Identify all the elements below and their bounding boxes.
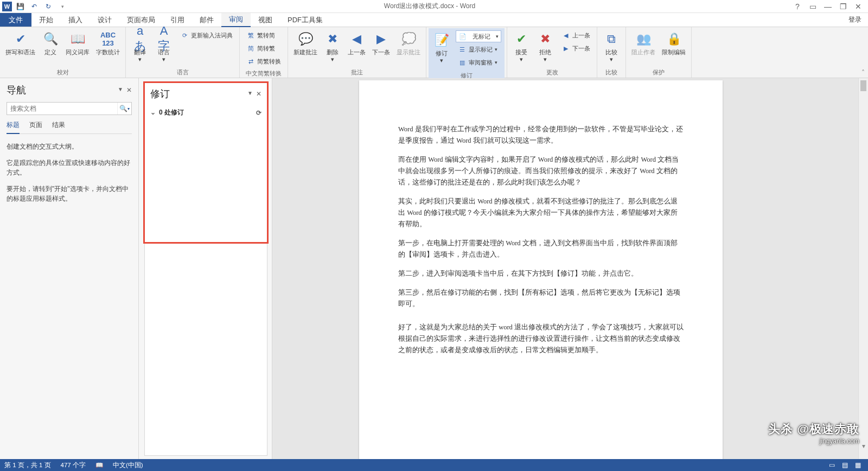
- new-comment-button[interactable]: 💬新建批注: [290, 28, 321, 58]
- nav-title: 导航: [7, 84, 26, 97]
- group-protect: 👥阻止作者 🔒限制编辑 保护: [626, 27, 692, 78]
- language-button[interactable]: A字语言▾: [152, 28, 176, 65]
- restrict-editing-button[interactable]: 🔒限制编辑: [659, 28, 689, 58]
- show-markup-button[interactable]: ☰显示标记 ▾: [456, 43, 501, 55]
- rev-dropdown-icon[interactable]: ▼: [247, 90, 253, 98]
- login-link[interactable]: 登录: [842, 13, 868, 27]
- watermark: 头杀 @极速赤敢 jingyanla.com: [768, 421, 859, 445]
- tab-design[interactable]: 设计: [90, 13, 119, 27]
- tab-mailings[interactable]: 邮件: [192, 13, 221, 27]
- next-comment-button[interactable]: ▶下一条: [369, 28, 393, 58]
- tab-file[interactable]: 文件: [0, 13, 31, 27]
- minimize-icon[interactable]: —: [821, 1, 834, 12]
- thesaurus-button[interactable]: 📖同义词库: [62, 28, 93, 58]
- track-changes-icon: 📝: [433, 31, 450, 49]
- next-change-button[interactable]: ▶下一条: [559, 42, 592, 54]
- tab-view[interactable]: 视图: [251, 13, 280, 27]
- translate-icon: aあ: [131, 30, 149, 48]
- vertical-scrollbar[interactable]: ▴ ▾: [858, 78, 868, 459]
- help-icon[interactable]: ?: [791, 1, 804, 12]
- tab-review[interactable]: 审阅: [221, 13, 251, 27]
- scroll-thumb[interactable]: [860, 80, 866, 91]
- search-icon[interactable]: 🔍▾: [117, 103, 131, 114]
- ribbon-tabs: 文件 开始 插入 设计 页面布局 引用 邮件 审阅 视图 PDF工具集 登录: [0, 13, 868, 27]
- nav-tab-headings[interactable]: 标题: [7, 120, 20, 134]
- view-print-icon[interactable]: ▤: [839, 460, 851, 470]
- nav-close-icon[interactable]: ✕: [126, 86, 132, 94]
- trad-to-simp-button[interactable]: 繁繁转简: [244, 29, 283, 41]
- qat-dropdown-icon[interactable]: ▾: [56, 1, 68, 12]
- save-icon[interactable]: 💾: [14, 1, 26, 12]
- tab-pdf[interactable]: PDF工具集: [280, 13, 330, 27]
- paragraph[interactable]: 第二步，进入到审阅选项卡当中后，在其下方找到【修订】功能，并点击它。: [398, 268, 684, 279]
- define-icon: 🔍: [42, 30, 59, 48]
- scroll-down-icon[interactable]: ▾: [859, 442, 868, 450]
- show-comments-button[interactable]: 💭显示批注: [393, 28, 424, 58]
- accept-icon: ✔: [513, 30, 530, 48]
- prev-comment-button[interactable]: ◀上一条: [344, 28, 369, 58]
- ime-icon: ⟳: [180, 31, 189, 40]
- block-authors-button[interactable]: 👥阻止作者: [628, 28, 659, 58]
- view-web-icon[interactable]: ▦: [852, 460, 864, 470]
- reject-button[interactable]: ✖拒绝▾: [533, 28, 557, 65]
- paragraph[interactable]: 而在使用 Word 编辑文字内容时，如果开启了 Word 的修改模式的话，那么此…: [398, 154, 684, 188]
- status-language[interactable]: 中文(中国): [113, 461, 143, 469]
- compare-icon: ⧉: [603, 30, 620, 48]
- nav-search[interactable]: 🔍▾: [7, 102, 132, 115]
- status-wordcount[interactable]: 477 个字: [61, 461, 86, 469]
- group-tracking: 📝修订▾ 📄无标记▾ ☰显示标记 ▾ ▥审阅窗格 ▾ 修订: [426, 27, 507, 78]
- window-title: Word退出修改模式.docx - Word: [68, 2, 791, 11]
- view-read-icon[interactable]: ▭: [826, 460, 838, 470]
- title-bar: W 💾 ↶ ↻ ▾ Word退出修改模式.docx - Word ? ▭ — ❐…: [0, 0, 868, 13]
- new-comment-icon: 💬: [297, 30, 314, 48]
- prev-change-button[interactable]: ◀上一条: [559, 29, 592, 41]
- wordcount-button[interactable]: ABC123字数统计: [93, 28, 123, 58]
- tab-insert[interactable]: 插入: [61, 13, 90, 27]
- paragraph[interactable]: 好了，这就是为大家总结的关于 word 退出修改模式的方法了，学会了这项技巧，大…: [398, 322, 684, 356]
- page[interactable]: Word 是我们平时在工作或学习的过程中，经常会使用到的一款软件，不管是写毕业论…: [359, 80, 723, 459]
- track-changes-button[interactable]: 📝修订▾: [430, 29, 454, 66]
- collapse-ribbon-icon[interactable]: ˄: [861, 69, 865, 77]
- paragraph[interactable]: 第三步，然后在修订功能的右侧，找到【所有标记】选项，然后将它更改为【无标记】选项…: [398, 287, 684, 310]
- update-ime-button[interactable]: ⟳更新输入法词典: [178, 29, 235, 41]
- window-controls: ? ▭ — ❐ ✕: [791, 1, 868, 12]
- language-icon: A字: [155, 30, 173, 48]
- status-proof-icon[interactable]: 📖: [95, 461, 103, 469]
- quick-access-toolbar: W 💾 ↶ ↻ ▾: [0, 1, 68, 12]
- define-button[interactable]: 🔍定义: [39, 28, 62, 58]
- restrict-editing-icon: 🔒: [665, 30, 682, 48]
- prev-change-icon: ◀: [561, 31, 570, 40]
- rev-collapse-icon[interactable]: ⌄: [150, 109, 156, 116]
- document-area[interactable]: Word 是我们平时在工作或学习的过程中，经常会使用到的一款软件，不管是写毕业论…: [272, 78, 868, 459]
- rev-title: 修订: [150, 87, 170, 100]
- both-convert-button[interactable]: ⇄简繁转换: [244, 55, 283, 67]
- reviewing-pane-button[interactable]: ▥审阅窗格 ▾: [456, 56, 501, 68]
- undo-icon[interactable]: ↶: [28, 1, 40, 12]
- accept-button[interactable]: ✔接受▾: [509, 28, 533, 65]
- group-label: 比较: [599, 67, 623, 78]
- ribbon-options-icon[interactable]: ▭: [806, 1, 819, 12]
- rev-refresh-icon[interactable]: ⟳: [256, 109, 261, 117]
- paragraph[interactable]: 其实，此时我们只要退出 Word 的修改模式，就看不到这些修订的批注了。那么到底…: [398, 196, 684, 230]
- tab-home[interactable]: 开始: [31, 13, 61, 27]
- compare-button[interactable]: ⧉比较▾: [599, 28, 623, 65]
- restore-icon[interactable]: ❐: [837, 1, 850, 12]
- close-icon[interactable]: ✕: [852, 1, 865, 12]
- rev-close-icon[interactable]: ✕: [256, 90, 261, 98]
- nav-tab-results[interactable]: 结果: [52, 120, 65, 133]
- nav-search-input[interactable]: [7, 103, 117, 114]
- display-mode-dropdown[interactable]: 📄无标记▾: [456, 30, 501, 42]
- t2s-icon: 简: [246, 44, 255, 53]
- simp-to-trad-button[interactable]: 简简转繁: [244, 42, 283, 54]
- paragraph[interactable]: Word 是我们平时在工作或学习的过程中，经常会使用到的一款软件，不管是写毕业论…: [398, 124, 684, 147]
- translate-button[interactable]: aあ翻译▾: [128, 28, 152, 65]
- prev-comment-icon: ◀: [348, 30, 366, 48]
- paragraph[interactable]: 第一步，在电脑上打开需要处理的 Word 文档，进入到文档界面当中后，找到软件界…: [398, 238, 684, 260]
- nav-dropdown-icon[interactable]: ▼: [118, 86, 123, 94]
- nav-tab-pages[interactable]: 页面: [29, 120, 42, 133]
- status-page[interactable]: 第 1 页，共 1 页: [4, 461, 51, 469]
- delete-comment-button[interactable]: ✖删除▾: [321, 28, 344, 65]
- word-app-icon[interactable]: W: [2, 2, 12, 11]
- spelling-button[interactable]: ✔拼写和语法: [2, 28, 39, 58]
- redo-icon[interactable]: ↻: [42, 1, 54, 12]
